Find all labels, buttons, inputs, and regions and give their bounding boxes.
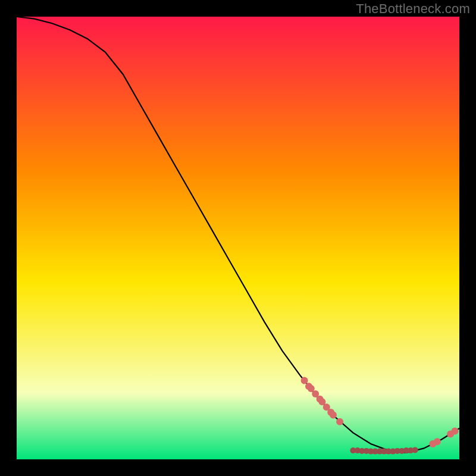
chart-frame: TheBottleneck.com <box>0 0 476 476</box>
data-marker <box>301 377 308 384</box>
chart-svg <box>17 17 459 459</box>
chart-plot-area <box>17 17 459 459</box>
data-marker <box>412 447 418 453</box>
data-marker <box>336 418 343 425</box>
gradient-background <box>17 17 459 459</box>
data-marker <box>452 427 459 434</box>
data-marker <box>434 438 441 445</box>
watermark-text: TheBottleneck.com <box>356 1 470 17</box>
data-marker <box>330 412 337 419</box>
